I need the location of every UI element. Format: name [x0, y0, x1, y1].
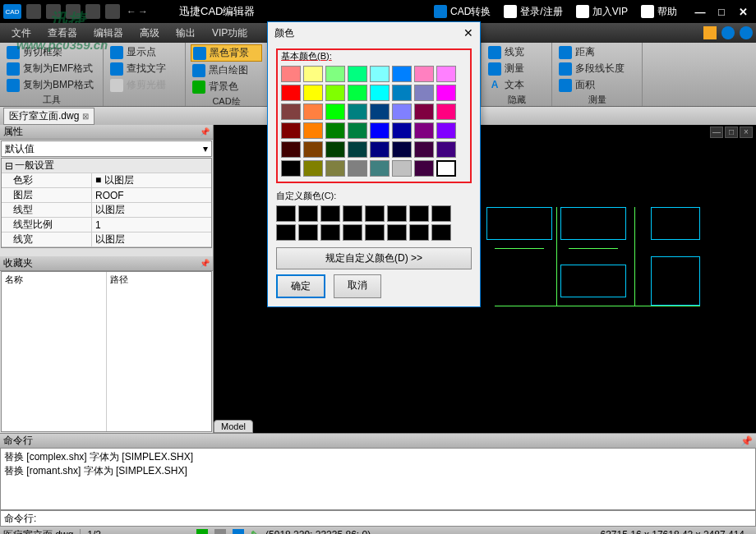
custom-swatch[interactable] [387, 224, 407, 241]
color-swatch[interactable] [303, 66, 323, 82]
dialog-close-icon[interactable]: ✕ [463, 26, 473, 39]
custom-swatch[interactable] [343, 224, 362, 241]
custom-swatch[interactable] [320, 205, 340, 222]
pin-icon[interactable]: 📌 [200, 259, 210, 268]
feedback-icon[interactable] [703, 26, 717, 39]
copy-bmp-button[interactable]: 复制为BMP格式 [5, 77, 98, 93]
help2-icon[interactable] [740, 26, 753, 39]
custom-swatch[interactable] [276, 205, 296, 222]
color-swatch[interactable] [414, 85, 434, 101]
canvas-close-icon[interactable]: × [740, 127, 753, 138]
color-swatch[interactable] [348, 104, 367, 120]
color-swatch[interactable] [303, 104, 323, 120]
model-tab[interactable]: Model [214, 420, 253, 433]
cancel-button[interactable]: 取消 [334, 274, 381, 298]
color-swatch[interactable] [414, 141, 434, 158]
file-tab-close-icon[interactable]: ⊠ [82, 112, 89, 121]
prop-row-scale[interactable]: 线型比例1 [2, 218, 211, 232]
cmdline-output[interactable]: 替换 [complex.shx] 字体为 [SIMPLEX.SHX] 替换 [r… [0, 448, 756, 510]
color-swatch[interactable] [325, 122, 345, 139]
measure-button[interactable]: 测量 [486, 61, 546, 76]
color-swatch[interactable] [325, 66, 345, 82]
custom-swatch[interactable] [298, 205, 318, 222]
vip-button[interactable]: 加入VIP [571, 3, 633, 21]
color-swatch[interactable] [436, 85, 456, 101]
color-swatch[interactable] [348, 66, 367, 82]
nav-fwd-icon[interactable]: → [138, 6, 148, 17]
dialog-titlebar[interactable]: 颜色 ✕ [268, 22, 480, 44]
color-swatch[interactable] [392, 122, 412, 139]
pin-icon[interactable]: 📌 [200, 127, 210, 136]
color-swatch[interactable] [303, 141, 323, 158]
cad-convert-button[interactable]: CAD转换 [429, 3, 496, 21]
custom-swatch[interactable] [320, 224, 340, 241]
color-swatch[interactable] [303, 160, 323, 177]
show-point-button[interactable]: 显示点 [108, 44, 180, 60]
favorites-list[interactable]: 名称 路径 [1, 271, 212, 432]
color-swatch[interactable] [348, 160, 367, 177]
custom-swatch[interactable] [298, 224, 318, 241]
color-swatch[interactable] [325, 104, 345, 120]
ok-button[interactable]: 确定 [276, 274, 325, 298]
custom-swatch[interactable] [431, 205, 451, 222]
menu-viewer[interactable]: 查看器 [39, 24, 85, 43]
color-swatch[interactable] [392, 104, 412, 120]
menu-advanced[interactable]: 高级 [131, 24, 168, 43]
login-button[interactable]: 登录/注册 [499, 3, 567, 21]
status-icon[interactable] [214, 529, 226, 534]
qat-redo-icon[interactable] [105, 4, 120, 19]
color-swatch[interactable] [325, 85, 345, 101]
black-bg-button[interactable]: 黑色背景 [191, 44, 262, 62]
color-swatch[interactable] [414, 66, 434, 82]
color-swatch[interactable] [392, 85, 412, 101]
lineweight-button[interactable]: 线宽 [486, 44, 546, 60]
prop-row-layer[interactable]: 图层ROOF [2, 188, 211, 203]
custom-swatch[interactable] [387, 205, 407, 222]
close-button[interactable]: ✕ [733, 3, 753, 20]
color-swatch[interactable] [281, 122, 301, 139]
color-swatch[interactable] [370, 141, 390, 158]
status-icon[interactable]: ✎ [251, 529, 259, 534]
menu-vip[interactable]: VIP功能 [204, 24, 256, 43]
color-swatch[interactable] [281, 160, 301, 177]
color-swatch[interactable] [436, 160, 456, 177]
custom-swatch[interactable] [343, 205, 362, 222]
bg-color-button[interactable]: 背景色 [191, 79, 262, 94]
color-swatch[interactable] [325, 160, 345, 177]
bw-draw-button[interactable]: 黑白绘图 [191, 62, 262, 78]
maximize-button[interactable]: □ [712, 3, 731, 20]
status-icon[interactable] [196, 529, 208, 534]
color-swatch[interactable] [303, 122, 323, 139]
custom-swatch[interactable] [276, 224, 296, 241]
canvas-min-icon[interactable]: — [710, 127, 723, 138]
color-swatch[interactable] [348, 141, 367, 158]
color-swatch[interactable] [392, 141, 412, 158]
minimize-button[interactable]: — [690, 3, 710, 20]
color-swatch[interactable] [281, 141, 301, 158]
qat-undo-icon[interactable] [85, 4, 100, 19]
menu-file[interactable]: 文件 [3, 24, 39, 43]
color-swatch[interactable] [281, 104, 301, 120]
prop-row-linetype[interactable]: 线型以图层 [2, 203, 211, 218]
color-swatch[interactable] [370, 66, 390, 82]
cmdline-input[interactable]: 命令行: [0, 510, 756, 527]
color-swatch[interactable] [348, 122, 367, 139]
qat-open-icon[interactable] [26, 4, 41, 19]
color-swatch[interactable] [436, 66, 456, 82]
define-custom-button[interactable]: 规定自定义颜色(D) >> [276, 247, 472, 269]
distance-button[interactable]: 距离 [557, 44, 637, 60]
menu-editor[interactable]: 编辑器 [85, 24, 131, 43]
color-swatch[interactable] [370, 104, 390, 120]
menu-output[interactable]: 输出 [168, 24, 204, 43]
area-button[interactable]: 面积 [557, 77, 637, 93]
info-icon[interactable] [721, 26, 735, 39]
nav-back-icon[interactable]: ← [127, 6, 136, 17]
color-swatch[interactable] [348, 85, 367, 101]
color-swatch[interactable] [436, 104, 456, 120]
color-swatch[interactable] [370, 85, 390, 101]
custom-swatch[interactable] [431, 224, 451, 241]
copy-emf-button[interactable]: 复制为EMF格式 [5, 61, 98, 76]
color-swatch[interactable] [414, 122, 434, 139]
grid-section[interactable]: ⊟一般设置 [2, 159, 211, 173]
prop-row-lineweight[interactable]: 线宽以图层 [2, 232, 211, 247]
